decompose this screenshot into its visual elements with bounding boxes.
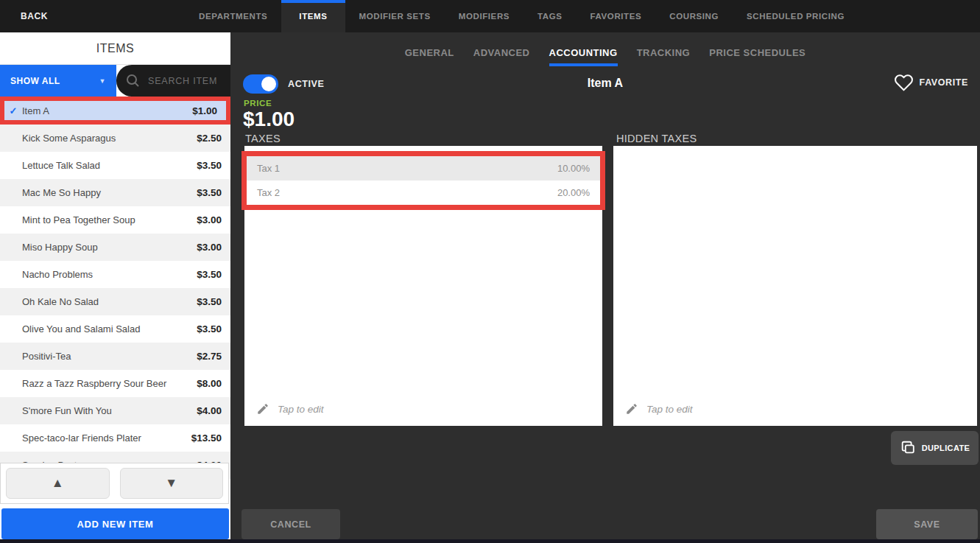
- tab-price-schedules[interactable]: PRICE SCHEDULES: [709, 47, 805, 66]
- detail-tabs: GENERALADVANCEDACCOUNTINGTRACKINGPRICE S…: [230, 47, 980, 66]
- tax-row[interactable]: Tax 110.00%: [247, 156, 600, 181]
- top-tab-coursing[interactable]: COURSING: [655, 0, 733, 32]
- tab-general[interactable]: GENERAL: [405, 47, 454, 66]
- item-price: $3.50: [197, 323, 230, 334]
- scroll-up-button[interactable]: ▲: [6, 468, 110, 499]
- item-name: Lettuce Talk Salad: [22, 160, 197, 171]
- top-tab-modifier-sets[interactable]: MODIFIER SETS: [345, 0, 445, 32]
- duplicate-icon: [900, 440, 916, 456]
- duplicate-label: DUPLICATE: [922, 444, 970, 452]
- item-price: $3.00: [197, 214, 230, 225]
- pencil-icon: [625, 402, 638, 416]
- triangle-down-icon: ▼: [165, 476, 177, 491]
- item-price: $2.50: [197, 133, 230, 144]
- item-price: $1.00: [192, 105, 226, 116]
- duplicate-button[interactable]: DUPLICATE: [891, 431, 979, 465]
- item-name: S'more Fun With You: [22, 405, 197, 416]
- sidebar: ITEMS SHOW ALL ▼ ✓Item A$1.00Kick Some A…: [0, 32, 230, 543]
- tap-to-edit-label: Tap to edit: [278, 404, 324, 415]
- price-value[interactable]: $1.00: [243, 108, 295, 131]
- tab-accounting[interactable]: ACCOUNTING: [549, 47, 618, 66]
- list-item[interactable]: Lettuce Talk Salad$3.50: [0, 152, 230, 179]
- sidebar-filter-row: SHOW ALL ▼: [0, 65, 230, 97]
- item-name: Miso Happy Soup: [22, 242, 197, 253]
- list-item[interactable]: Kick Some Asparagus$2.50: [0, 125, 230, 152]
- show-all-label: SHOW ALL: [10, 76, 60, 86]
- tax-name: Tax 1: [257, 163, 280, 174]
- list-item[interactable]: Oh Kale No Salad$3.50: [0, 288, 230, 315]
- list-scroll-controls: ▲ ▼: [0, 463, 229, 504]
- item-list: ✓Item A$1.00Kick Some Asparagus$2.50Lett…: [0, 97, 230, 494]
- tax-rate: 20.00%: [557, 187, 590, 198]
- top-tab-tags[interactable]: TAGS: [524, 0, 577, 32]
- triangle-up-icon: ▲: [52, 476, 64, 491]
- item-price: $3.50: [197, 160, 230, 171]
- item-name: Mac Me So Happy: [22, 187, 197, 198]
- item-price: $2.75: [197, 351, 230, 362]
- item-name: Oh Kale No Salad: [22, 296, 197, 307]
- item-name: Item A: [22, 105, 192, 116]
- sidebar-title: ITEMS: [0, 32, 230, 65]
- tax-rows: Tax 110.00%Tax 220.00%: [242, 151, 605, 210]
- search-box[interactable]: [116, 65, 230, 97]
- item-price: $3.50: [197, 296, 230, 307]
- list-item[interactable]: Olive You and Salami Salad$3.50: [0, 315, 230, 343]
- favorite-button[interactable]: FAVORITE: [894, 73, 968, 91]
- search-icon: [126, 74, 140, 88]
- top-tab-items[interactable]: ITEMS: [281, 0, 345, 32]
- top-nav-bar: BACK DEPARTMENTSITEMSMODIFIER SETSMODIFI…: [0, 0, 980, 32]
- list-item[interactable]: Razz a Tazz Raspberry Sour Beer$8.00: [0, 370, 230, 397]
- favorite-label: FAVORITE: [920, 77, 968, 88]
- tax-name: Tax 2: [257, 187, 280, 198]
- taxes-tap-to-edit[interactable]: Tap to edit: [256, 402, 324, 416]
- list-item[interactable]: Spec-taco-lar Friends Plater$13.50: [0, 424, 230, 452]
- top-tab-scheduled-pricing[interactable]: SCHEDULED PRICING: [733, 0, 859, 32]
- page-title: Item A: [230, 77, 980, 90]
- hidden-taxes-panel: Tap to edit: [613, 146, 977, 426]
- save-button[interactable]: SAVE: [876, 509, 978, 539]
- item-price: $13.50: [191, 432, 230, 444]
- bottom-edge-strip: [0, 539, 980, 543]
- list-item[interactable]: Mint to Pea Together Soup$3.00: [0, 206, 230, 234]
- list-item[interactable]: Miso Happy Soup$3.00: [0, 234, 230, 261]
- item-price: $3.00: [197, 242, 230, 253]
- scroll-down-button[interactable]: ▼: [120, 468, 224, 499]
- hidden-taxes-tap-to-edit[interactable]: Tap to edit: [625, 402, 693, 416]
- tab-advanced[interactable]: ADVANCED: [473, 47, 530, 66]
- list-item[interactable]: Mac Me So Happy$3.50: [0, 179, 230, 206]
- list-item[interactable]: Nacho Problems$3.50: [0, 261, 230, 288]
- item-price: $3.50: [197, 269, 230, 280]
- item-name: Mint to Pea Together Soup: [22, 214, 197, 225]
- item-price: $4.00: [197, 405, 230, 416]
- back-button[interactable]: BACK: [0, 0, 68, 32]
- list-item[interactable]: ✓Item A$1.00: [0, 97, 230, 125]
- taxes-panel-title: TAXES: [245, 133, 281, 144]
- list-item[interactable]: S'more Fun With You$4.00: [0, 397, 230, 424]
- tab-tracking[interactable]: TRACKING: [637, 47, 691, 66]
- add-new-item-button[interactable]: ADD NEW ITEM: [1, 508, 229, 539]
- tax-row[interactable]: Tax 220.00%: [247, 181, 600, 205]
- item-name: Razz a Tazz Raspberry Sour Beer: [22, 378, 197, 389]
- hidden-taxes-panel-title: HIDDEN TAXES: [616, 133, 697, 144]
- top-tab-modifiers[interactable]: MODIFIERS: [445, 0, 524, 32]
- top-nav-tabs: DEPARTMENTSITEMSMODIFIER SETSMODIFIERSTA…: [185, 0, 859, 32]
- cancel-button[interactable]: CANCEL: [242, 509, 340, 539]
- taxes-panel: Tax 110.00%Tax 220.00% Tap to edit: [244, 146, 602, 426]
- item-price: $3.50: [197, 187, 230, 198]
- heart-icon: [894, 73, 914, 91]
- tap-to-edit-label: Tap to edit: [646, 404, 693, 415]
- item-name: Positivi-Tea: [22, 351, 197, 362]
- show-all-dropdown[interactable]: SHOW ALL ▼: [0, 65, 116, 97]
- pencil-icon: [256, 402, 269, 416]
- item-name: Nacho Problems: [22, 269, 197, 280]
- chevron-down-icon: ▼: [99, 77, 106, 85]
- item-price: $8.00: [197, 378, 230, 389]
- item-name: Kick Some Asparagus: [22, 133, 197, 144]
- top-tab-departments[interactable]: DEPARTMENTS: [185, 0, 281, 32]
- list-item[interactable]: Positivi-Tea$2.75: [0, 343, 230, 370]
- price-label: PRICE: [244, 99, 272, 108]
- top-tab-favorites[interactable]: FAVORITES: [577, 0, 656, 32]
- search-input[interactable]: [147, 75, 230, 87]
- item-name: Olive You and Salami Salad: [22, 323, 197, 334]
- check-icon: ✓: [4, 105, 22, 116]
